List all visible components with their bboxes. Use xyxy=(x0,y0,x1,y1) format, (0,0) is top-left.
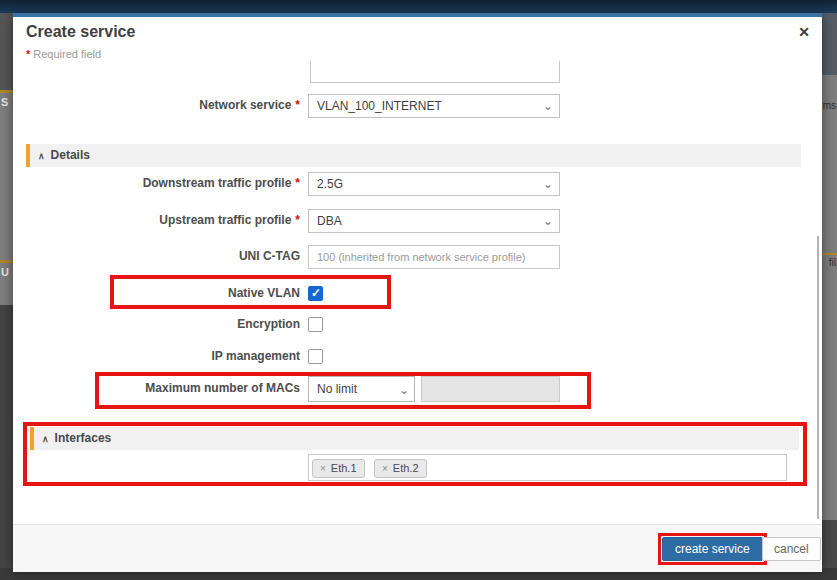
max-macs-label: Maximum number of MACs xyxy=(13,381,300,395)
chevron-down-icon: ⌄ xyxy=(543,210,553,232)
remove-tag-icon[interactable]: × xyxy=(382,463,388,474)
downstream-profile-select[interactable]: 2.5G ⌄ xyxy=(308,172,560,196)
close-icon[interactable]: ✕ xyxy=(798,25,810,39)
required-asterisk: * xyxy=(26,48,30,60)
network-service-select[interactable]: VLAN_100_INTERNET ⌄ xyxy=(308,94,560,118)
background-section-line xyxy=(0,260,13,263)
background-text-fragment: S xyxy=(1,96,13,108)
create-service-modal: Create service *Required field ✕ Network… xyxy=(13,13,822,568)
max-macs-value-input xyxy=(421,376,560,402)
downstream-profile-label: Downstream traffic profile* xyxy=(13,176,300,190)
modal-scrollbar[interactable] xyxy=(817,236,819,519)
clipped-input-top[interactable] xyxy=(310,61,560,83)
interface-tag: ×Eth.2 xyxy=(374,459,427,478)
background-text-fragment: ms xyxy=(823,100,836,111)
background-header-bar xyxy=(0,0,837,13)
chevron-down-icon: ⌄ xyxy=(543,95,553,117)
encryption-checkbox[interactable] xyxy=(308,317,323,332)
background-section-line xyxy=(0,90,13,93)
native-vlan-checkbox[interactable] xyxy=(308,286,323,301)
upstream-profile-select[interactable]: DBA ⌄ xyxy=(308,209,560,233)
create-service-button[interactable]: create service xyxy=(662,537,763,561)
encryption-label: Encryption xyxy=(13,317,300,331)
background-left-strip xyxy=(0,13,13,90)
interface-tag: ×Eth.1 xyxy=(312,459,365,478)
collapse-caret-icon: ∧ xyxy=(42,434,49,444)
modal-title: Create service xyxy=(26,23,135,41)
upstream-profile-label: Upstream traffic profile* xyxy=(13,213,300,227)
modal-footer: create service cancel xyxy=(13,524,822,572)
chevron-down-icon: ⌄ xyxy=(543,173,553,195)
background-section-line xyxy=(822,253,837,255)
uni-ctag-label: UNI C-TAG xyxy=(13,249,300,263)
highlight-create-button: create service xyxy=(658,533,767,565)
details-section-header[interactable]: ∧Details xyxy=(26,144,801,167)
uni-ctag-input[interactable] xyxy=(308,245,560,269)
max-macs-select[interactable]: No limit ⌄ xyxy=(308,376,415,402)
interfaces-section-header[interactable]: ∧Interfaces xyxy=(30,427,799,450)
required-field-note: *Required field xyxy=(26,48,101,60)
interfaces-tags-input[interactable]: ×Eth.1 ×Eth.2 xyxy=(308,454,787,481)
background-left-strip xyxy=(0,305,13,580)
chevron-down-icon: ⌄ xyxy=(399,378,409,402)
native-vlan-label: Native VLAN xyxy=(13,286,300,300)
network-service-label: Network service* xyxy=(13,98,300,112)
background-right-strip xyxy=(822,13,837,75)
remove-tag-icon[interactable]: × xyxy=(320,463,326,474)
background-text-fragment: fil xyxy=(829,257,836,268)
background-text-fragment: U xyxy=(1,266,13,278)
ip-management-checkbox[interactable] xyxy=(308,349,323,364)
cancel-button[interactable]: cancel xyxy=(762,537,821,561)
ip-management-label: IP management xyxy=(13,349,300,363)
collapse-caret-icon: ∧ xyxy=(38,151,45,161)
